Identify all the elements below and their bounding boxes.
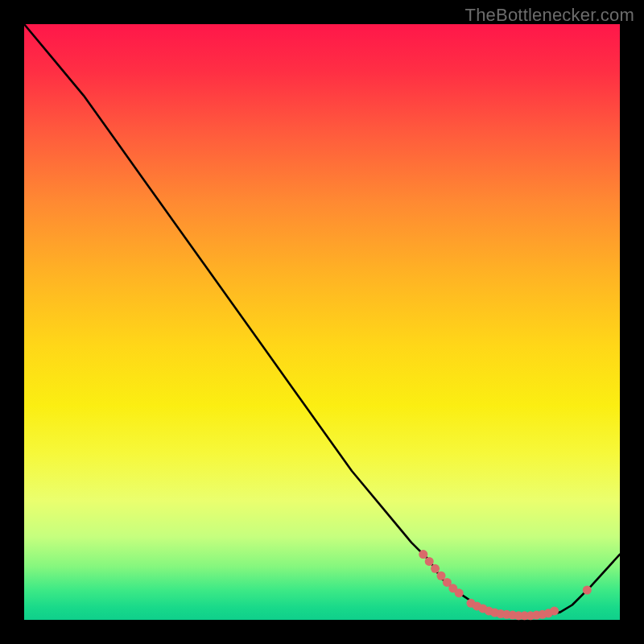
chart-marker	[431, 564, 440, 573]
watermark-text: TheBottlenecker.com	[465, 5, 634, 26]
chart-marker	[550, 606, 559, 615]
chart-line	[24, 24, 620, 616]
plot-area	[24, 24, 620, 620]
chart-stage: TheBottlenecker.com	[0, 0, 644, 644]
chart-marker	[425, 557, 434, 566]
chart-svg	[24, 24, 620, 620]
chart-marker	[455, 588, 464, 597]
chart-marker	[583, 586, 592, 595]
chart-marker	[419, 550, 427, 559]
chart-marker	[437, 572, 446, 580]
